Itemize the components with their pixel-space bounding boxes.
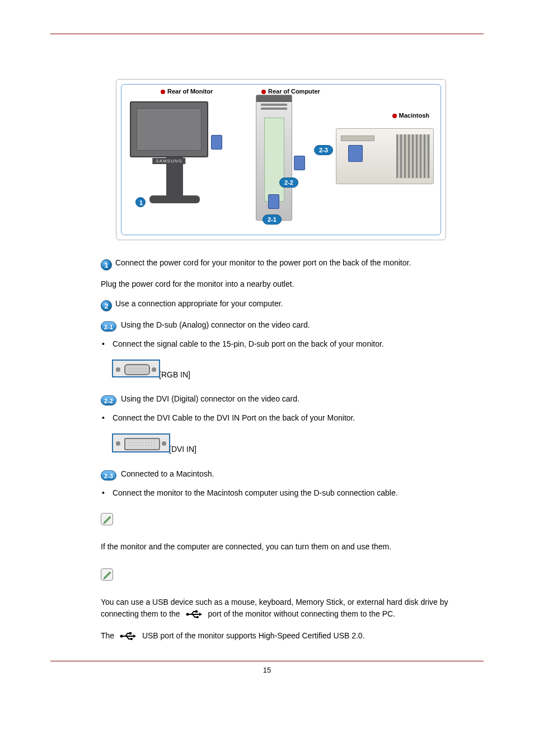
note-icon: [101, 513, 113, 525]
page-number: 15: [50, 666, 484, 674]
label-rear-monitor: Rear of Monitor: [167, 88, 213, 95]
vga-plug-icon: [294, 156, 305, 170]
note-2b-text: port of the monitor without connecting t…: [208, 609, 395, 618]
bullet-2-2: Connect the DVI Cable to the DVI IN Port…: [101, 413, 461, 422]
monitor-graphic: SAMSUNG: [130, 101, 219, 213]
svg-point-3: [196, 616, 199, 618]
label-rear-computer: Rear of Computer: [268, 88, 320, 95]
step-1-text: Connect the power cord for your monitor …: [115, 258, 411, 267]
content-area: Rear of Monitor Rear of Computer Macinto…: [101, 79, 461, 644]
usb-icon: [120, 632, 137, 644]
label-macintosh: Macintosh: [399, 112, 429, 119]
note-1-text: If the monitor and the computer are conn…: [101, 541, 461, 553]
svg-marker-4: [199, 613, 202, 616]
note-icon: [101, 568, 113, 581]
pill-2-2: 2-2: [101, 395, 116, 405]
step-2-1-text: Using the D-sub (Analog) connector on th…: [119, 320, 310, 329]
callout-1: 1: [135, 197, 146, 207]
vga-plug-icon: [268, 194, 279, 209]
dvi-port-label: [DVI IN]: [169, 445, 196, 454]
step-number-2: 2: [101, 300, 112, 311]
usb-icon: [186, 610, 203, 622]
bullet-icon: [261, 90, 266, 94]
rgb-port-label: [RGB IN]: [159, 370, 190, 379]
step-2-3-text: Connected to a Macintosh.: [119, 469, 214, 478]
bullet-icon: [161, 90, 165, 94]
dvi-port-icon: [112, 433, 170, 452]
svg-point-8: [130, 638, 133, 640]
callout-2-3: 2-3: [314, 145, 333, 155]
bottom-rule: [50, 661, 484, 661]
svg-marker-9: [133, 634, 136, 638]
rgb-port-icon: [112, 360, 160, 377]
pill-2-1: 2-1: [101, 321, 116, 332]
callout-2-1: 2-1: [263, 214, 282, 225]
step-2-text: Use a connection appropriate for your co…: [115, 299, 283, 308]
vga-plug-icon: [211, 135, 222, 150]
svg-rect-7: [129, 632, 132, 634]
bullet-2-3: Connect the monitor to the Macintosh com…: [101, 488, 461, 497]
connection-diagram: Rear of Monitor Rear of Computer Macinto…: [116, 79, 446, 240]
pill-2-3: 2-3: [101, 470, 116, 480]
callout-2-2: 2-2: [279, 178, 298, 188]
top-rule: [50, 34, 484, 34]
svg-rect-2: [195, 610, 198, 613]
vga-plug-icon: [348, 145, 363, 162]
brand-label: SAMSUNG: [152, 158, 185, 164]
note-3a-text: The: [101, 631, 116, 640]
bullet-2-1: Connect the signal cable to the 15-pin, …: [101, 339, 461, 348]
step-2-2-text: Using the DVI (Digital) connector on the…: [119, 394, 299, 403]
step-1b-text: Plug the power cord for the monitor into…: [101, 278, 461, 290]
note-3b-text: USB port of the monitor supports High-Sp…: [142, 631, 365, 640]
bullet-icon: [392, 114, 397, 118]
step-number-1: 1: [101, 259, 112, 270]
